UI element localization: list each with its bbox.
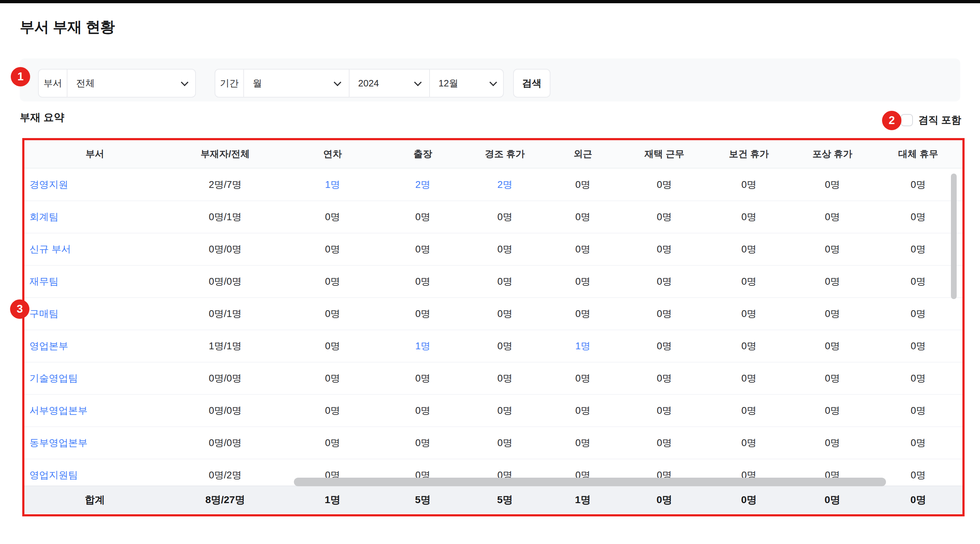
absence-count-cell: 0명 <box>791 395 874 427</box>
absence-count-cell: 0명 <box>622 330 707 362</box>
department-cell: 영업본부 <box>24 330 165 362</box>
department-link[interactable]: 서부영업본부 <box>29 405 88 416</box>
department-link[interactable]: 회계팀 <box>29 212 59 222</box>
total-value-cell: 0명 <box>791 486 874 514</box>
absence-count-cell: 0명 <box>466 265 544 298</box>
absence-count-cell: 0명/1명 <box>165 201 285 233</box>
absence-count-cell: 0명/2명 <box>165 459 285 485</box>
absence-count-cell: 0명 <box>380 427 466 459</box>
absence-count-cell: 0명 <box>707 201 791 233</box>
absence-count-cell: 0명 <box>707 168 791 201</box>
department-cell: 영업지원팀 <box>24 459 165 485</box>
department-select[interactable]: 전체 <box>67 70 196 97</box>
total-value-cell: 0명 <box>874 486 963 514</box>
summary-table-header-row: 부서부재자/전체연차출장경조 휴가외근재택 근무보건 휴가포상 휴가대체 휴무 <box>24 140 963 168</box>
absence-count-cell: 0명 <box>380 298 466 330</box>
total-value-cell: 0명 <box>707 486 791 514</box>
department-link[interactable]: 영업지원팀 <box>29 470 78 481</box>
absence-count-cell: 0명 <box>791 168 874 201</box>
absence-count-cell: 0명 <box>466 201 544 233</box>
absence-count-link[interactable]: 1명 <box>544 330 622 362</box>
absence-count-cell: 0명 <box>707 265 791 298</box>
absence-count-cell: 0명 <box>622 298 707 330</box>
absence-count-cell: 0명 <box>285 362 380 395</box>
absence-count-cell: 0명 <box>874 362 963 395</box>
month-select[interactable]: 12월 <box>429 70 504 97</box>
horizontal-scrollbar-thumb[interactable] <box>294 477 886 486</box>
absence-count-cell: 0명/0명 <box>165 265 285 298</box>
column-header: 대체 휴무 <box>874 140 963 168</box>
year-select[interactable]: 2024 <box>349 70 429 97</box>
absence-count-cell: 0명 <box>791 298 874 330</box>
absence-count-cell: 0명 <box>544 298 622 330</box>
department-link[interactable]: 재무팀 <box>29 276 59 287</box>
absence-count-cell: 0명/0명 <box>165 233 285 265</box>
vertical-scrollbar-thumb[interactable] <box>951 174 957 299</box>
table-row: 동부영업본부0명/0명0명0명0명0명0명0명0명0명 <box>24 427 963 459</box>
summary-table-body-viewport: 경영지원2명/7명1명2명2명0명0명0명0명0명회계팀0명/1명0명0명0명0… <box>24 168 963 485</box>
absence-count-cell: 0명 <box>622 362 707 395</box>
chevron-down-icon <box>181 79 188 86</box>
period-type-select-value: 월 <box>253 77 262 90</box>
absence-count-cell: 0명 <box>707 427 791 459</box>
absence-count-cell: 0명 <box>874 201 963 233</box>
absence-count-cell: 0명 <box>791 427 874 459</box>
annotation-marker-2: 2 <box>882 111 901 130</box>
department-cell: 기술영업팀 <box>24 362 165 395</box>
column-header: 포상 휴가 <box>791 140 874 168</box>
absence-count-cell: 0명 <box>707 362 791 395</box>
absence-count-cell: 0명 <box>874 330 963 362</box>
section-title: 부재 요약 <box>20 111 64 125</box>
summary-table-annotation-box: 부서부재자/전체연차출장경조 휴가외근재택 근무보건 휴가포상 휴가대체 휴무 … <box>22 138 964 516</box>
absence-count-cell: 0명 <box>622 427 707 459</box>
department-link[interactable]: 기술영업팀 <box>29 373 78 384</box>
summary-table-body: 경영지원2명/7명1명2명2명0명0명0명0명0명회계팀0명/1명0명0명0명0… <box>24 168 963 485</box>
absence-count-cell: 0명 <box>622 201 707 233</box>
annotation-marker-1: 1 <box>11 67 30 86</box>
summary-table-footer-row: 합계 8명/27명1명5명5명1명0명0명0명0명 <box>24 486 963 514</box>
department-cell: 경영지원 <box>24 168 165 201</box>
table-row: 영업본부1명/1명0명1명0명1명0명0명0명0명 <box>24 330 963 362</box>
department-link[interactable]: 신규 부서 <box>29 244 71 255</box>
absence-count-cell: 0명 <box>622 233 707 265</box>
department-filter-group: 부서 전체 <box>38 69 196 98</box>
table-row: 기술영업팀0명/0명0명0명0명0명0명0명0명0명 <box>24 362 963 395</box>
absence-count-cell: 0명 <box>466 427 544 459</box>
chevron-down-icon <box>334 79 341 86</box>
total-value-cell: 0명 <box>622 486 707 514</box>
absence-count-cell: 0명 <box>874 233 963 265</box>
absence-count-cell: 0명 <box>544 362 622 395</box>
period-type-select[interactable]: 월 <box>244 70 349 97</box>
department-link[interactable]: 영업본부 <box>29 341 68 351</box>
include-concurrent-checkbox[interactable] <box>901 114 913 126</box>
absence-count-link[interactable]: 2명 <box>380 168 466 201</box>
department-link[interactable]: 경영지원 <box>29 179 68 190</box>
absence-count-cell: 0명 <box>544 201 622 233</box>
absence-count-link[interactable]: 2명 <box>466 168 544 201</box>
absence-count-cell: 0명 <box>791 330 874 362</box>
include-concurrent-label: 겸직 포함 <box>918 113 961 127</box>
absence-count-cell: 0명 <box>791 265 874 298</box>
absence-count-cell: 0명 <box>707 395 791 427</box>
absence-count-cell: 2명/7명 <box>165 168 285 201</box>
department-cell: 구매팀 <box>24 298 165 330</box>
absence-count-cell: 0명/0명 <box>165 395 285 427</box>
table-row: 서부영업본부0명/0명0명0명0명0명0명0명0명0명 <box>24 395 963 427</box>
search-button[interactable]: 검색 <box>513 69 550 98</box>
absence-count-cell: 0명 <box>874 395 963 427</box>
absence-count-cell: 0명 <box>285 427 380 459</box>
year-select-value: 2024 <box>358 78 379 89</box>
department-select-value: 전체 <box>76 77 95 90</box>
absence-count-cell: 0명 <box>544 168 622 201</box>
absence-count-cell: 0명 <box>544 233 622 265</box>
department-link[interactable]: 구매팀 <box>29 308 59 319</box>
column-header: 연차 <box>285 140 380 168</box>
absence-count-link[interactable]: 1명 <box>380 330 466 362</box>
annotation-marker-3: 3 <box>10 300 29 319</box>
absence-count-cell: 0명 <box>707 233 791 265</box>
absence-count-cell: 0명 <box>466 233 544 265</box>
absence-count-link[interactable]: 1명 <box>285 168 380 201</box>
absence-count-cell: 0명 <box>466 298 544 330</box>
absence-count-cell: 0명 <box>285 395 380 427</box>
department-link[interactable]: 동부영업본부 <box>29 438 88 448</box>
